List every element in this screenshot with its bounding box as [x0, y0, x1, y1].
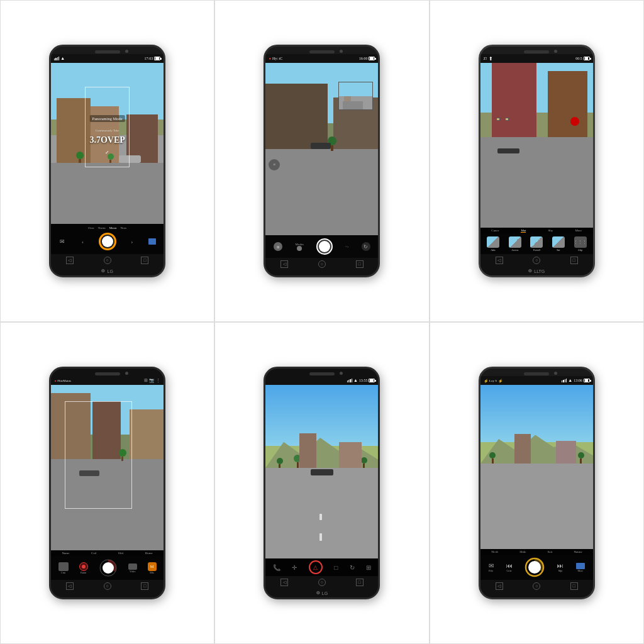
status-right-3: 00:5 — [575, 57, 590, 60]
bottom-controls-2: Ⅲ Modes ~> ↻ — [265, 235, 378, 258]
status-text-4: FliteMains — [57, 379, 71, 382]
mode-home-4[interactable]: Home — [145, 552, 153, 555]
status-bar-4: ● FliteMains ⊞ 📷 ⋮ — [51, 376, 164, 385]
back-btn-5[interactable]: ◁ — [280, 579, 288, 586]
tab-phone[interactable]: 📞 — [273, 564, 280, 571]
status-right-1: 17:03 — [144, 57, 160, 60]
bottom-space-2 — [265, 270, 378, 275]
nav-bar-2: ◁ ○ □ — [265, 258, 378, 270]
mode-slide[interactable]: Slide — [519, 550, 526, 553]
phone-2: ● Hy: tC 16:00 — [264, 45, 380, 277]
tab-crop[interactable]: ✛ — [292, 564, 297, 571]
recents-btn-3[interactable]: □ — [570, 257, 578, 264]
battery-fill-1 — [155, 57, 159, 60]
recents-btn-4[interactable]: □ — [141, 582, 148, 590]
mode-now[interactable]: Now — [121, 226, 127, 230]
tab-square[interactable]: □ — [334, 564, 338, 571]
mode-natme[interactable]: Natme — [574, 550, 582, 553]
ctrl-more-6[interactable]: More — [576, 563, 585, 572]
forward-arrow-icon[interactable]: › — [128, 237, 136, 246]
app-alrp[interactable]: ⋮⋮⋮ Alrp — [570, 236, 591, 252]
status-left-2: ● Hy: tC — [269, 57, 282, 60]
battery-icon-1 — [154, 57, 160, 60]
battery-fill-3 — [585, 57, 589, 60]
tab-rotate[interactable]: ↻ — [350, 564, 355, 571]
lg-logo-5: LG — [322, 591, 328, 596]
scene-5 — [265, 385, 378, 558]
back-arrow-icon[interactable]: ‹ — [78, 237, 87, 246]
mode-cstl-4[interactable]: Cstl — [91, 552, 96, 555]
value-1: 3.7OVEP — [89, 135, 125, 145]
battery-tip-5 — [375, 380, 376, 382]
controls-bar-4: Crm Panm — [51, 556, 164, 580]
recents-btn-2[interactable]: □ — [356, 260, 364, 268]
scene-2 — [265, 63, 378, 235]
control-btn-2a[interactable]: Ⅲ — [274, 242, 282, 251]
gallery-icon[interactable] — [148, 237, 157, 246]
mode-over[interactable]: Over — [88, 226, 94, 230]
lg-logo-3: LLTG — [534, 269, 545, 274]
battery-icon-5 — [369, 379, 375, 382]
status-bar-5: ▲ 13:55 — [265, 376, 378, 385]
mail-icon[interactable]: ✉ — [58, 237, 67, 246]
app-across[interactable]: Across — [504, 236, 525, 252]
home-btn-5[interactable]: ○ — [318, 579, 326, 586]
time-5: 13:55 — [359, 379, 368, 382]
back-btn-2[interactable]: ◁ — [280, 260, 288, 268]
recents-btn-1[interactable]: □ — [141, 257, 148, 264]
home-btn-3[interactable]: ○ — [533, 257, 540, 264]
back-btn-4[interactable]: ◁ — [66, 582, 74, 590]
ctrl-mfx[interactable]: M Mfx — [148, 562, 157, 574]
back-btn-1[interactable]: ◁ — [66, 257, 74, 264]
shutter-btn-2[interactable] — [316, 238, 333, 255]
mode-mat[interactable]: Mat — [521, 229, 526, 233]
control-btn-2b[interactable]: ↻ — [362, 242, 370, 251]
ctrl-filte[interactable]: ✉ Filte — [489, 562, 494, 572]
bottom-space-4 — [51, 592, 164, 597]
mode-norm[interactable]: Norm — [98, 226, 106, 230]
app-grid-3: Attic Across Fortull — [480, 234, 593, 254]
home-btn-4[interactable]: ○ — [104, 582, 111, 590]
shutter-btn-6[interactable] — [525, 557, 545, 577]
back-btn-3[interactable]: ◁ — [496, 257, 503, 264]
mode-caner[interactable]: Caner — [491, 229, 499, 233]
battery-tip-3 — [590, 58, 591, 60]
shutter-btn-1[interactable] — [99, 233, 116, 250]
home-btn-2[interactable]: ○ — [318, 260, 326, 268]
mode-name-4[interactable]: Name — [62, 552, 69, 555]
ctrl-panm[interactable]: Panm — [79, 562, 88, 574]
recents-btn-5[interactable]: □ — [356, 579, 364, 586]
tab-panorama[interactable]: △ — [309, 560, 323, 574]
screen-overlay-1: Panoraming Mode Continuously Take 3.7OVE… — [89, 111, 125, 157]
focus-box-4 — [65, 401, 132, 509]
mode-thdt[interactable]: Th-dt — [491, 550, 498, 553]
mode-sett[interactable]: Sett — [548, 550, 553, 553]
modes-bar-3: Caner Mat Shy More — [480, 228, 593, 234]
ctrl-crm[interactable]: Crm — [58, 562, 69, 574]
mode-moon[interactable]: Moon — [109, 226, 117, 230]
mode-more-3[interactable]: More — [575, 229, 582, 233]
home-btn-6[interactable]: ○ — [533, 582, 540, 590]
controls-1: ✉ ‹ › — [52, 231, 162, 252]
home-btn-1[interactable]: ○ — [104, 257, 111, 264]
app-fortull[interactable]: Fortull — [526, 236, 547, 252]
back-btn-6[interactable]: ◁ — [496, 582, 503, 590]
nav-bar-3: ◁ ○ □ — [480, 254, 593, 267]
mode-slid-4[interactable]: Slid — [118, 552, 123, 555]
pip-scene — [339, 82, 372, 109]
side-slider-2[interactable]: ≡ — [269, 159, 280, 170]
phone-camera-dot-4 — [125, 372, 128, 375]
phone-speaker-6 — [524, 372, 549, 375]
tab-grid[interactable]: ⊞ — [366, 564, 371, 571]
ctrl-video[interactable]: Video — [128, 564, 137, 573]
ctrl-mpt[interactable]: ⏭ Mpt — [557, 562, 564, 572]
ctrl-crtte[interactable]: ⏮ Crtte — [506, 562, 513, 572]
mode-shy[interactable]: Shy — [548, 229, 553, 233]
app-sat[interactable]: Sat — [548, 236, 569, 252]
app-attic[interactable]: Attic — [483, 236, 504, 252]
phone-screen-2: ● Hy: tC 16:00 — [265, 54, 378, 275]
signal-icon-1 — [54, 57, 59, 60]
recents-btn-6[interactable]: □ — [570, 582, 578, 590]
controls-bar-6: ✉ Filte ⏮ Crtte — [480, 555, 593, 580]
shutter-btn-4[interactable] — [99, 558, 118, 577]
